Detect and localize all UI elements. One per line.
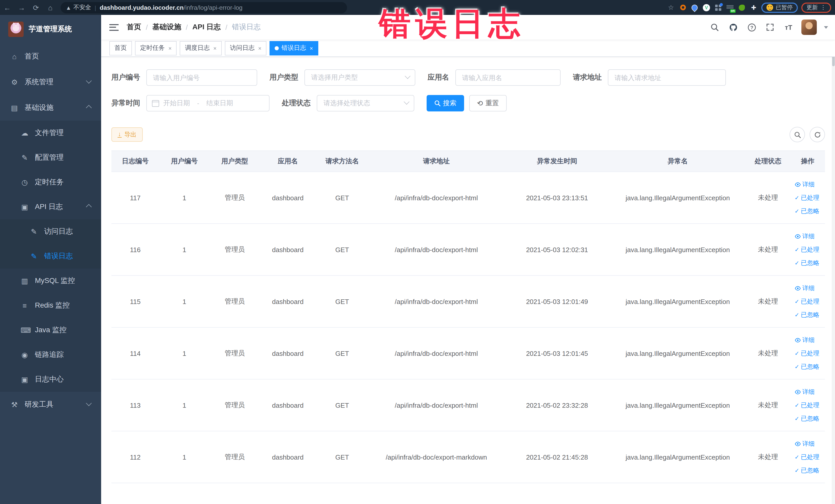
tab-close-icon[interactable]: × bbox=[213, 45, 217, 51]
cell-log-id: 114 bbox=[111, 327, 159, 379]
process-status-select[interactable]: 请选择处理状态 bbox=[317, 95, 414, 112]
address-bar[interactable]: ▲ 不安全 | dashboard.yudao.iocoder.cn/infra… bbox=[61, 2, 347, 13]
table-row[interactable]: 117 1 管理员 dashboard GET /api/infra/db-do… bbox=[111, 172, 825, 224]
cell-request-url: /api/infra/db-doc/export-html bbox=[369, 224, 504, 276]
column-header: 处理状态 bbox=[746, 151, 791, 172]
mark-processed-link[interactable]: ✓ 已处理 bbox=[795, 401, 819, 409]
refresh-table-button[interactable] bbox=[810, 127, 825, 142]
tab-close-icon[interactable]: × bbox=[258, 45, 262, 51]
extension-orange-ring-icon[interactable] bbox=[679, 3, 687, 12]
font-size-icon[interactable]: тT bbox=[783, 22, 794, 33]
devtools-icon: ⚒ bbox=[10, 401, 19, 409]
extension-green-sprout-icon[interactable] bbox=[738, 3, 746, 12]
user-id-input[interactable] bbox=[146, 69, 257, 86]
sidebar-item[interactable]: ⌂ 首页 bbox=[0, 44, 101, 69]
sidebar-item[interactable]: ⌨ Java 监控 bbox=[0, 318, 101, 343]
view-tab[interactable]: 定时任务 × bbox=[135, 41, 177, 55]
sidebar-item[interactable]: ✎ 访问日志 bbox=[0, 219, 101, 244]
browser-scrollbar[interactable] bbox=[832, 15, 835, 504]
toggle-search-button[interactable] bbox=[790, 127, 805, 142]
eye-icon bbox=[795, 338, 801, 342]
mark-ignored-link[interactable]: ✓ 已忽略 bbox=[795, 207, 819, 216]
emoji-avatar-icon bbox=[767, 4, 773, 11]
schedule-icon: ◷ bbox=[21, 178, 29, 186]
mark-ignored-link[interactable]: ✓ 已忽略 bbox=[795, 362, 819, 371]
table-row[interactable]: 113 1 管理员 dashboard GET /api/infra/db-do… bbox=[111, 379, 825, 431]
cell-exception-name: java.lang.IllegalArgumentException bbox=[610, 327, 746, 379]
api-log-icon: ▣ bbox=[21, 203, 29, 211]
bookmark-star-icon[interactable]: ☆ bbox=[667, 3, 675, 12]
extension-blue-pin-icon[interactable] bbox=[691, 3, 699, 12]
security-label[interactable]: 不安全 bbox=[74, 4, 91, 11]
mark-ignored-link[interactable]: ✓ 已忽略 bbox=[795, 466, 819, 475]
user-avatar[interactable] bbox=[801, 20, 817, 35]
view-tab-label: 错误日志 bbox=[282, 44, 306, 53]
detail-action-link[interactable]: 详细 bbox=[795, 232, 815, 241]
browser-forward-icon[interactable]: → bbox=[14, 3, 29, 12]
view-tab[interactable]: 调度日志 × bbox=[180, 41, 222, 55]
sidebar-item[interactable]: ▥ MySQL 监控 bbox=[0, 268, 101, 293]
request-url-input[interactable] bbox=[608, 69, 726, 86]
help-question-icon[interactable]: ? bbox=[746, 22, 757, 33]
avatar-caret-down-icon[interactable] bbox=[824, 26, 828, 28]
sidebar-item[interactable]: ▣ 日志中心 bbox=[0, 367, 101, 392]
mark-ignored-link[interactable]: ✓ 已忽略 bbox=[795, 310, 819, 319]
detail-action-link[interactable]: 详细 bbox=[795, 180, 815, 189]
sidebar-item[interactable]: ≡ Redis 监控 bbox=[0, 293, 101, 318]
detail-action-link[interactable]: 详细 bbox=[795, 284, 815, 293]
sidebar-item[interactable]: ▤ 基础设施 bbox=[0, 95, 101, 121]
table-row[interactable]: 115 1 管理员 dashboard GET /api/infra/db-do… bbox=[111, 276, 825, 327]
table-row[interactable]: 116 1 管理员 dashboard GET /api/infra/db-do… bbox=[111, 224, 825, 276]
sidebar-item[interactable]: ◷ 定时任务 bbox=[0, 170, 101, 195]
fullscreen-icon[interactable] bbox=[765, 22, 776, 33]
extension-grid-icon[interactable] bbox=[714, 3, 722, 12]
reset-button[interactable]: ⟲ 重置 bbox=[469, 95, 506, 112]
sidebar-item[interactable]: ✎ 配置管理 bbox=[0, 145, 101, 170]
sidebar-item[interactable]: ◉ 链路追踪 bbox=[0, 343, 101, 367]
profile-paused-badge[interactable]: 已暂停 bbox=[761, 2, 798, 13]
hamburger-icon[interactable] bbox=[109, 24, 119, 31]
date-range-picker[interactable]: 开始日期 - 结束日期 bbox=[146, 95, 269, 112]
table-row[interactable]: 114 1 管理员 dashboard GET /api/infra/db-do… bbox=[111, 327, 825, 379]
mark-ignored-link[interactable]: ✓ 已忽略 bbox=[795, 259, 819, 267]
sidebar-item[interactable]: ☁ 文件管理 bbox=[0, 121, 101, 145]
detail-action-link[interactable]: 详细 bbox=[795, 336, 815, 344]
sidebar-item[interactable]: ▣ API 日志 bbox=[0, 195, 101, 219]
extensions-puzzle-icon[interactable]: ✚ bbox=[750, 3, 758, 12]
browser-back-icon[interactable]: ← bbox=[0, 3, 14, 12]
breadcrumb-item[interactable]: 基础设施 / bbox=[152, 23, 192, 32]
mark-ignored-link[interactable]: ✓ 已忽略 bbox=[795, 414, 819, 423]
browser-reload-icon[interactable]: ⟳ bbox=[29, 3, 43, 12]
view-tab[interactable]: 首页 × bbox=[109, 41, 132, 55]
app-logo-row[interactable]: 芋道管理系统 bbox=[0, 15, 101, 44]
detail-action-link[interactable]: 详细 bbox=[795, 387, 815, 396]
vue-devtools-icon[interactable]: V bbox=[702, 3, 711, 12]
view-tab[interactable]: 访问日志 × bbox=[225, 41, 267, 55]
tab-close-icon[interactable]: × bbox=[310, 45, 313, 51]
proxy-extension-icon[interactable]: on bbox=[726, 3, 734, 12]
breadcrumb-item[interactable]: API 日志 / bbox=[192, 23, 232, 32]
table-row[interactable]: 112 1 管理员 dashboard GET /api/infra/db-do… bbox=[111, 431, 825, 483]
mark-processed-link[interactable]: ✓ 已处理 bbox=[795, 193, 819, 202]
github-icon[interactable] bbox=[728, 22, 739, 33]
sidebar-item[interactable]: ✎ 错误日志 bbox=[0, 244, 101, 268]
breadcrumb-item[interactable]: 错误日志 / bbox=[232, 23, 261, 32]
sidebar-item[interactable]: ⚒ 研发工具 bbox=[0, 392, 101, 418]
mark-processed-link[interactable]: ✓ 已处理 bbox=[795, 452, 819, 461]
header-search-icon[interactable] bbox=[709, 22, 720, 33]
mark-processed-link[interactable]: ✓ 已处理 bbox=[795, 297, 819, 306]
detail-action-link[interactable]: 详细 bbox=[795, 439, 815, 448]
export-button[interactable]: ↓ 导出 bbox=[111, 127, 143, 142]
sidebar-item[interactable]: ⚙ 系统管理 bbox=[0, 69, 101, 95]
app-name-input[interactable] bbox=[455, 69, 561, 86]
mark-processed-link[interactable]: ✓ 已处理 bbox=[795, 349, 819, 358]
browser-update-button[interactable]: 更新 ⋮ bbox=[801, 2, 831, 13]
mark-processed-link[interactable]: ✓ 已处理 bbox=[795, 245, 819, 254]
cell-log-id: 116 bbox=[111, 224, 159, 276]
search-button[interactable]: 搜索 bbox=[427, 95, 464, 112]
breadcrumb-item[interactable]: 首页 / bbox=[127, 23, 152, 32]
tab-close-icon[interactable]: × bbox=[168, 45, 172, 51]
user-type-select[interactable]: 请选择用户类型 bbox=[304, 69, 415, 86]
browser-home-icon[interactable]: ⌂ bbox=[43, 3, 58, 12]
view-tab[interactable]: 错误日志 × bbox=[270, 41, 318, 55]
